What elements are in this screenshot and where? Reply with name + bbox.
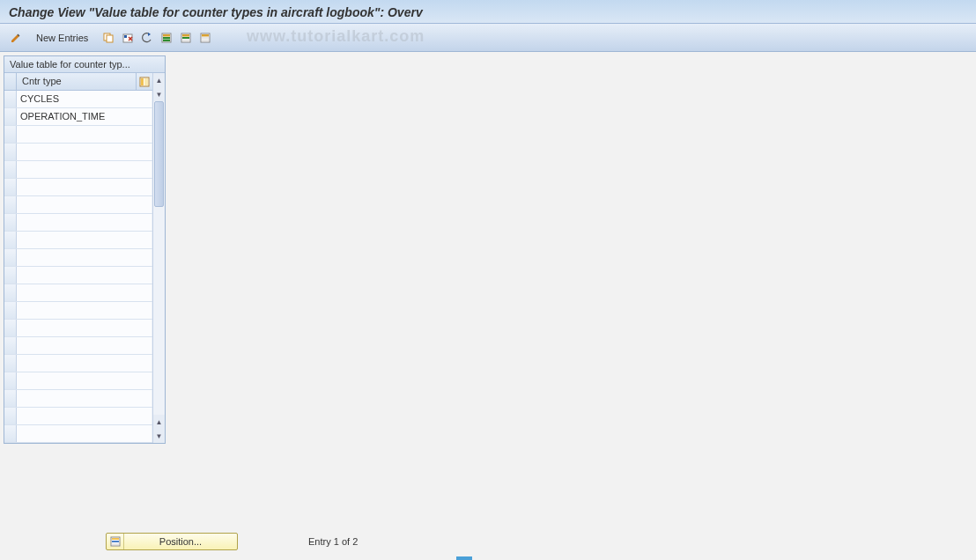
status-accent: [456, 556, 472, 560]
cell-cntr-type[interactable]: [17, 355, 152, 372]
page-title: Change View "Value table for counter typ…: [9, 5, 423, 19]
row-selector[interactable]: [4, 161, 17, 178]
row-selector[interactable]: [4, 408, 17, 424]
scroll-up-icon[interactable]: ▲: [154, 75, 165, 85]
cell-cntr-type[interactable]: [17, 267, 152, 284]
row-selector[interactable]: [4, 372, 17, 389]
scroll-track[interactable]: [153, 101, 165, 415]
cell-cntr-type[interactable]: [17, 161, 152, 178]
scroll-up2-icon[interactable]: ▲: [154, 416, 165, 427]
copy-icon[interactable]: [100, 29, 117, 47]
scroll-thumb[interactable]: [154, 101, 164, 207]
main-content-area: Value table for counter typ... Cntr type…: [0, 52, 976, 520]
status-strip: [0, 551, 976, 560]
table-row: [4, 232, 152, 249]
scroll-down2-icon[interactable]: ▼: [154, 431, 165, 441]
svg-rect-18: [144, 78, 148, 85]
table-row: OPERATION_TIME: [4, 108, 152, 126]
table-row: [4, 214, 152, 232]
row-selector[interactable]: [4, 284, 17, 301]
cell-cntr-type[interactable]: CYCLES: [17, 91, 152, 107]
table-row: [4, 196, 152, 214]
table-row: [4, 126, 152, 144]
svg-rect-21: [112, 541, 119, 542]
row-selector[interactable]: [4, 91, 17, 107]
vertical-scrollbar[interactable]: ▲ ▼ ▲ ▼: [152, 73, 165, 443]
select-all-icon[interactable]: [158, 29, 175, 47]
cell-cntr-type[interactable]: [17, 179, 152, 195]
table-row: [4, 425, 152, 443]
grid-header-row: Cntr type: [4, 73, 152, 91]
table-row: [4, 144, 152, 161]
svg-rect-22: [112, 543, 119, 545]
cell-cntr-type[interactable]: [17, 320, 152, 336]
entry-status: Entry 1 of 2: [308, 536, 358, 547]
deselect-all-icon[interactable]: [196, 29, 214, 47]
undo-icon[interactable]: [138, 29, 156, 47]
table-row: [4, 320, 152, 337]
cell-cntr-type[interactable]: [17, 408, 152, 424]
svg-rect-3: [124, 35, 127, 38]
new-entries-label: New Entries: [36, 33, 88, 43]
grid-rows: CYCLESOPERATION_TIME: [4, 91, 152, 443]
cell-cntr-type[interactable]: [17, 126, 152, 143]
table-row: [4, 179, 152, 196]
table-row: [4, 390, 152, 408]
app-toolbar: New Entries: [0, 24, 976, 52]
table-row: [4, 355, 152, 372]
table-row: CYCLES: [4, 91, 152, 108]
row-selector[interactable]: [4, 390, 17, 407]
toggle-edit-icon[interactable]: [7, 29, 25, 47]
cell-cntr-type[interactable]: [17, 214, 152, 231]
row-selector[interactable]: [4, 196, 17, 213]
svg-rect-9: [182, 34, 189, 37]
row-selector[interactable]: [4, 232, 17, 248]
row-selector[interactable]: [4, 214, 17, 231]
table-row: [4, 302, 152, 320]
row-selector[interactable]: [4, 144, 17, 160]
table-row: [4, 337, 152, 355]
cell-cntr-type[interactable]: [17, 249, 152, 266]
row-selector[interactable]: [4, 179, 17, 195]
svg-rect-11: [182, 39, 189, 41]
delete-icon[interactable]: [119, 29, 137, 47]
cell-cntr-type[interactable]: OPERATION_TIME: [17, 108, 152, 125]
table-row: [4, 408, 152, 425]
row-selector[interactable]: [4, 302, 17, 319]
row-selector[interactable]: [4, 126, 17, 143]
new-entries-button[interactable]: New Entries: [26, 28, 98, 48]
position-button[interactable]: Position...: [106, 533, 238, 550]
svg-rect-14: [202, 37, 209, 39]
select-block-icon[interactable]: [177, 29, 195, 47]
row-selector[interactable]: [4, 108, 17, 125]
svg-rect-5: [163, 34, 170, 37]
row-selector[interactable]: [4, 425, 17, 442]
table-row: [4, 284, 152, 302]
position-icon: [107, 534, 124, 549]
table-row: [4, 372, 152, 390]
cell-cntr-type[interactable]: [17, 196, 152, 213]
row-selector[interactable]: [4, 337, 17, 354]
cell-cntr-type[interactable]: [17, 390, 152, 407]
cell-cntr-type[interactable]: [17, 232, 152, 248]
cell-cntr-type[interactable]: [17, 372, 152, 389]
column-header-cntr-type[interactable]: Cntr type: [17, 73, 137, 90]
cell-cntr-type[interactable]: [17, 425, 152, 442]
cell-cntr-type[interactable]: [17, 284, 152, 301]
svg-rect-17: [141, 78, 144, 85]
grid-container: Cntr type CYCLESOPERATION_TIME ▲ ▼: [4, 73, 165, 443]
row-selector-header[interactable]: [4, 73, 17, 90]
watermark-text: www.tutorialkart.com: [247, 27, 425, 46]
cell-cntr-type[interactable]: [17, 144, 152, 160]
row-selector[interactable]: [4, 320, 17, 336]
svg-rect-15: [202, 39, 209, 41]
cell-cntr-type[interactable]: [17, 302, 152, 319]
table-row: [4, 267, 152, 284]
row-selector[interactable]: [4, 355, 17, 372]
row-selector[interactable]: [4, 267, 17, 284]
scroll-down-icon[interactable]: ▼: [154, 89, 165, 99]
position-label: Position...: [124, 536, 237, 547]
column-config-icon[interactable]: [137, 73, 152, 90]
row-selector[interactable]: [4, 249, 17, 266]
cell-cntr-type[interactable]: [17, 337, 152, 354]
